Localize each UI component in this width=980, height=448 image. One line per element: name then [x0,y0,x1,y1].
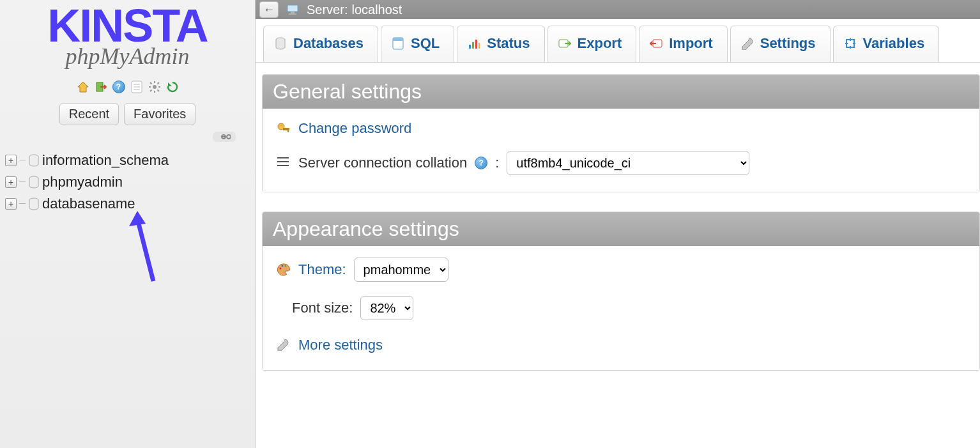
sql-icon [392,37,404,50]
topbar: ← Server: localhost [256,0,980,19]
server-icon [286,3,299,16]
sql-doc-icon[interactable] [130,80,144,94]
svg-rect-28 [475,40,477,49]
lock-key-icon [277,121,291,135]
svg-point-46 [280,271,282,273]
help-icon[interactable]: ? [475,157,487,169]
brand-block: KINSTA phpMyAdmin [47,5,208,70]
server-name: localhost [351,3,402,17]
sidebar-link-row [0,132,255,142]
home-icon[interactable] [76,80,90,94]
gear-icon[interactable] [148,80,162,94]
tab-label: Settings [760,35,816,52]
svg-rect-27 [472,42,474,49]
tab-variables[interactable]: Variables [833,26,940,62]
svg-line-11 [157,89,159,91]
tab-databases[interactable]: Databases [263,26,378,62]
collation-select[interactable]: utf8mb4_unicode_ci [507,151,749,175]
tab-label: SQL [411,35,440,52]
brand-sub: phpMyAdmin [47,43,208,70]
main: ← Server: localhost Databases SQL Status [256,0,980,448]
svg-rect-29 [479,43,480,49]
panel-title: General settings [263,75,979,109]
tab-label: Export [578,35,622,52]
tab-import[interactable]: Import [639,26,727,62]
export-icon [558,37,571,50]
tab-recent[interactable]: Recent [59,103,119,125]
svg-rect-22 [289,13,296,15]
svg-point-5 [153,85,157,89]
variables-icon [844,37,857,50]
expand-icon[interactable]: + [5,176,17,188]
server-prefix: Server: [307,3,348,17]
database-item[interactable]: + information_schema [5,150,255,171]
svg-rect-39 [287,128,289,132]
collation-icon [277,156,291,170]
theme-label: Theme: [298,261,346,278]
svg-point-44 [282,265,284,267]
database-tree: + information_schema + phpmyadmin + data… [0,150,255,215]
expand-icon[interactable]: + [5,155,17,166]
brand-main: KINSTA [47,5,208,47]
tab-label: Variables [863,35,925,52]
svg-line-10 [150,82,152,84]
theme-select[interactable]: pmahomme [354,258,448,282]
svg-point-45 [285,265,287,267]
tab-favorites[interactable]: Favorites [124,103,195,125]
expand-icon[interactable]: + [5,198,17,210]
sidebar-tabs: Recent Favorites [59,103,196,125]
content: General settings Change password Server … [256,63,980,390]
link-icon[interactable] [213,132,236,142]
back-button[interactable]: ← [259,1,279,18]
palette-icon [277,263,291,277]
database-label: information_schema [42,152,169,169]
panel-general-settings: General settings Change password Server … [262,74,980,192]
database-icon [28,176,40,189]
database-icon [274,37,287,50]
sidebar: KINSTA phpMyAdmin ? Recent Favorites [0,0,256,448]
database-label: phpmyadmin [42,174,123,190]
database-item[interactable]: + databasename [5,193,255,215]
collation-label: Server connection collation [298,155,467,171]
font-size-select[interactable]: 82% [360,296,413,320]
database-icon [28,197,40,210]
tab-label: Status [487,35,530,52]
panel-title: Appearance settings [263,212,979,246]
tab-label: Databases [293,35,364,52]
database-label: databasename [42,196,135,212]
help-icon[interactable]: ? [112,80,126,94]
wrench-icon [741,37,754,50]
panel-appearance-settings: Appearance settings Theme: pmahomme Font… [262,212,980,371]
font-size-label: Font size: [292,300,353,316]
main-tabs: Databases SQL Status Export Import [256,19,980,63]
svg-rect-21 [291,12,295,13]
logout-icon[interactable] [94,80,108,94]
reload-icon[interactable] [165,80,180,94]
svg-line-12 [157,82,159,84]
tab-status[interactable]: Status [457,26,544,62]
status-icon [468,37,480,50]
tab-label: Import [669,35,712,52]
change-password-link[interactable]: Change password [298,120,411,137]
svg-point-43 [280,268,282,270]
import-icon [650,37,662,50]
svg-rect-20 [287,5,298,12]
annotation-arrow [128,211,166,288]
tab-settings[interactable]: Settings [730,26,831,62]
tab-export[interactable]: Export [547,26,637,62]
more-settings-link[interactable]: More settings [298,337,383,353]
svg-rect-26 [469,45,471,49]
tab-sql[interactable]: SQL [381,26,454,62]
database-icon [28,154,40,167]
svg-line-18 [137,219,153,281]
wrench-icon [277,338,291,352]
svg-rect-25 [393,38,403,41]
sidebar-quick-icons: ? [76,80,180,94]
database-item[interactable]: + phpmyadmin [5,171,255,193]
svg-line-13 [150,89,152,91]
